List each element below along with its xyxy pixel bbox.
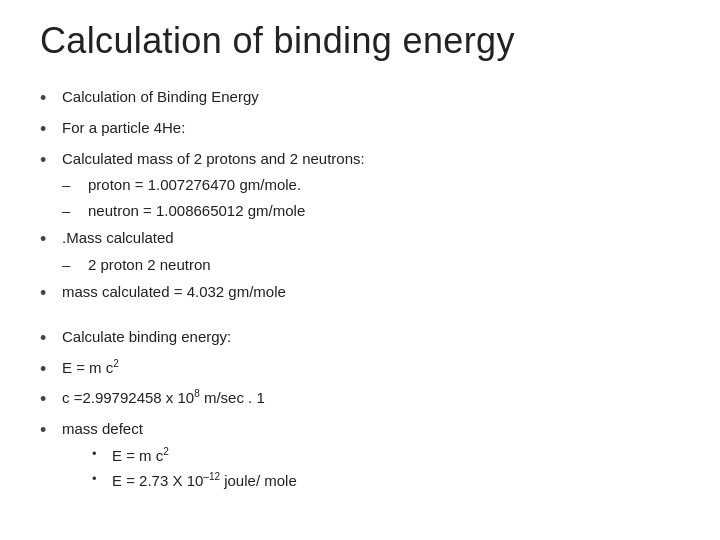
item-text: mass defect • E = m c2 • E = 2.73 X 10–1… <box>62 416 680 494</box>
sub-item-text: 2 proton 2 neutron <box>88 252 211 278</box>
page: Calculation of binding energy • Calculat… <box>0 0 720 540</box>
item-text: .Mass calculated – 2 proton 2 neutron <box>62 225 680 277</box>
bullet-icon: • <box>40 84 62 113</box>
inner-bullet-icon: • <box>92 443 112 466</box>
list-item: • E = m c2 <box>40 355 680 384</box>
superscript: 8 <box>194 388 200 399</box>
sub-item-text: proton = 1.007276470 gm/mole. <box>88 172 301 198</box>
bullet-icon: • <box>40 416 62 445</box>
inner-list: • E = m c2 • E = 2.73 X 10–12 joule/ mol… <box>62 443 680 494</box>
bullet-icon: • <box>40 385 62 414</box>
item-text: Calculate binding energy: <box>62 324 680 350</box>
item-text: c =2.99792458 x 108 m/sec . 1 <box>62 385 680 411</box>
main-list-2: • Calculate binding energy: • E = m c2 •… <box>40 324 680 494</box>
bullet-icon: • <box>40 279 62 308</box>
sub-list-item: – neutron = 1.008665012 gm/mole <box>62 198 680 224</box>
superscript: 2 <box>163 446 169 457</box>
bullet-icon: • <box>40 146 62 175</box>
sub-item-text: neutron = 1.008665012 gm/mole <box>88 198 305 224</box>
inner-list-item: • E = 2.73 X 10–12 joule/ mole <box>92 468 680 494</box>
content-area: • Calculation of Binding Energy • For a … <box>40 84 680 494</box>
bullet-icon: • <box>40 115 62 144</box>
inner-list-item: • E = m c2 <box>92 443 680 469</box>
bullet-icon: • <box>40 324 62 353</box>
dash-icon: – <box>62 198 88 224</box>
inner-bullet-icon: • <box>92 468 112 491</box>
page-title: Calculation of binding energy <box>40 20 680 62</box>
spacer <box>40 310 680 324</box>
dash-icon: – <box>62 172 88 198</box>
list-item: • mass defect • E = m c2 • E = 2.73 X 10… <box>40 416 680 494</box>
dash-icon: – <box>62 252 88 278</box>
item-text: Calculated mass of 2 protons and 2 neutr… <box>62 146 680 224</box>
inner-item-text: E = 2.73 X 10–12 joule/ mole <box>112 468 297 494</box>
superscript: 2 <box>113 358 119 369</box>
bullet-icon: • <box>40 355 62 384</box>
list-item: • Calculated mass of 2 protons and 2 neu… <box>40 146 680 224</box>
list-item: • c =2.99792458 x 108 m/sec . 1 <box>40 385 680 414</box>
item-text: E = m c2 <box>62 355 680 381</box>
sub-list-item: – 2 proton 2 neutron <box>62 252 680 278</box>
item-text: Calculation of Binding Energy <box>62 84 680 110</box>
superscript: –12 <box>203 471 220 482</box>
item-text: For a particle 4He: <box>62 115 680 141</box>
list-item: • Calculate binding energy: <box>40 324 680 353</box>
list-item: • .Mass calculated – 2 proton 2 neutron <box>40 225 680 277</box>
sub-list: – 2 proton 2 neutron <box>62 252 680 278</box>
inner-item-text: E = m c2 <box>112 443 169 469</box>
sub-list: – proton = 1.007276470 gm/mole. – neutro… <box>62 172 680 223</box>
list-item: • mass calculated = 4.032 gm/mole <box>40 279 680 308</box>
main-list: • Calculation of Binding Energy • For a … <box>40 84 680 308</box>
item-text: mass calculated = 4.032 gm/mole <box>62 279 680 305</box>
list-item: • Calculation of Binding Energy <box>40 84 680 113</box>
sub-list-item: – proton = 1.007276470 gm/mole. <box>62 172 680 198</box>
bullet-icon: • <box>40 225 62 254</box>
list-item: • For a particle 4He: <box>40 115 680 144</box>
